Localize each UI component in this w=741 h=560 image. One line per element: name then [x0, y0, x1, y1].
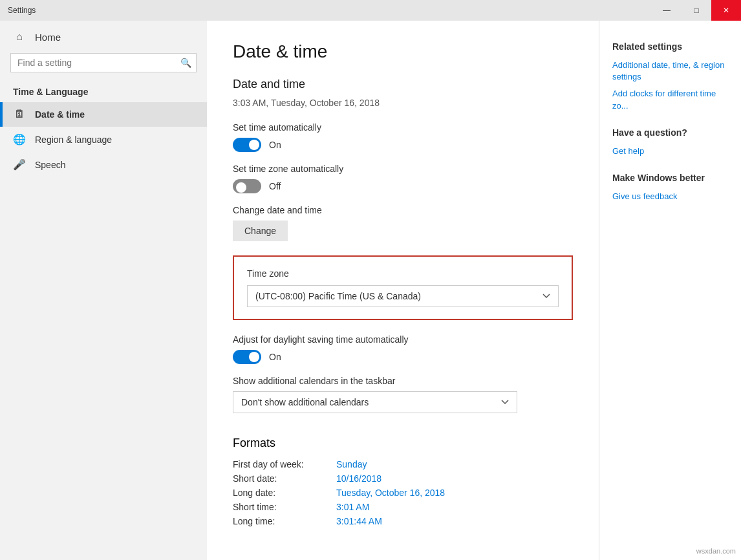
format-val-0: Sunday — [336, 459, 367, 469]
search-icon: 🔍 — [180, 58, 191, 68]
format-val-4: 3:01:44 AM — [336, 516, 382, 526]
format-row-4: Long time: 3:01:44 AM — [233, 516, 573, 526]
sidebar-search-container: 🔍 — [10, 53, 197, 72]
format-key-4: Long time: — [233, 516, 336, 526]
daylight-state: On — [269, 352, 281, 362]
format-row-1: Short date: 10/16/2018 — [233, 473, 573, 484]
sidebar-item-home[interactable]: ⌂ Home — [0, 26, 207, 48]
additional-cal-label: Show additional calendars in the taskbar — [233, 376, 573, 386]
set-time-auto-knob — [249, 140, 259, 150]
home-icon: ⌂ — [13, 31, 26, 43]
related-settings-title: Related settings — [612, 41, 728, 52]
additional-cal-dropdown[interactable]: Don't show additional calendars — [233, 391, 517, 413]
change-date-label: Change date and time — [233, 205, 573, 215]
titlebar-title: Settings — [8, 6, 36, 15]
maximize-button[interactable]: □ — [682, 0, 711, 21]
titlebar-controls: — □ ✕ — [652, 0, 741, 21]
page-title: Date & time — [233, 41, 573, 62]
format-val-1: 10/16/2018 — [336, 473, 381, 484]
sidebar-home-label: Home — [35, 32, 61, 43]
daylight-label: Adjust for daylight saving time automati… — [233, 334, 573, 345]
titlebar: Settings — □ ✕ — [0, 0, 741, 21]
make-better-title: Make Windows better — [612, 173, 728, 183]
format-val-3: 3:01 AM — [336, 502, 369, 512]
sidebar-item-label-date-time: Date & time — [35, 109, 85, 120]
daylight-knob — [249, 352, 259, 362]
timezone-box: Time zone (UTC-08:00) Pacific Time (US &… — [233, 255, 573, 320]
sidebar-item-speech[interactable]: 🎤 Speech — [0, 152, 207, 177]
formats-title: Formats — [233, 436, 573, 450]
question-title: Have a question? — [612, 127, 728, 138]
section-title: Date and time — [233, 78, 573, 91]
format-val-2: Tuesday, October 16, 2018 — [336, 488, 445, 498]
feedback-link[interactable]: Give us feedback — [612, 191, 728, 202]
set-timezone-auto-row: Off — [233, 179, 573, 193]
sidebar: ⌂ Home 🔍 Time & Language 🗓 Date & time 🌐… — [0, 21, 207, 560]
watermark: wsxdan.com — [696, 547, 736, 555]
timezone-label: Time zone — [247, 268, 559, 279]
region-icon: 🌐 — [13, 133, 26, 145]
right-panel: Related settings Additional date, time, … — [599, 21, 741, 560]
sidebar-item-label-region: Region & language — [35, 135, 112, 145]
format-row-0: First day of week: Sunday — [233, 459, 573, 469]
change-button[interactable]: Change — [233, 221, 288, 241]
format-key-0: First day of week: — [233, 459, 336, 469]
timezone-dropdown[interactable]: (UTC-08:00) Pacific Time (US & Canada) — [247, 285, 559, 307]
set-time-auto-row: On — [233, 138, 573, 152]
date-time-icon: 🗓 — [13, 109, 26, 120]
current-time: 3:03 AM, Tuesday, October 16, 2018 — [233, 98, 573, 108]
get-help-link[interactable]: Get help — [612, 145, 728, 157]
main-content: Date & time Date and time 3:03 AM, Tuesd… — [207, 21, 599, 560]
make-better-section: Make Windows better Give us feedback — [612, 173, 728, 202]
format-row-2: Long date: Tuesday, October 16, 2018 — [233, 488, 573, 498]
format-rows: First day of week: Sunday Short date: 10… — [233, 459, 573, 526]
set-timezone-auto-state: Off — [269, 181, 281, 191]
set-time-auto-state: On — [269, 140, 281, 150]
format-row-3: Short time: 3:01 AM — [233, 502, 573, 512]
format-key-1: Short date: — [233, 473, 336, 484]
question-section: Have a question? Get help — [612, 127, 728, 157]
sidebar-section-title: Time & Language — [0, 78, 207, 102]
close-button[interactable]: ✕ — [711, 0, 741, 21]
sidebar-item-label-speech: Speech — [35, 160, 65, 170]
additional-settings-link[interactable]: Additional date, time, & region settings — [612, 59, 728, 83]
set-timezone-auto-toggle[interactable] — [233, 179, 261, 193]
set-time-auto-label: Set time automatically — [233, 122, 573, 133]
search-input[interactable] — [10, 53, 197, 72]
format-key-3: Short time: — [233, 502, 336, 512]
app-container: ⌂ Home 🔍 Time & Language 🗓 Date & time 🌐… — [0, 21, 741, 560]
daylight-toggle[interactable] — [233, 350, 261, 364]
daylight-row: On — [233, 350, 573, 364]
add-clocks-link[interactable]: Add clocks for different time zo... — [612, 88, 728, 111]
set-time-auto-toggle[interactable] — [233, 138, 261, 152]
set-timezone-auto-knob — [236, 182, 246, 193]
sidebar-item-date-time[interactable]: 🗓 Date & time — [0, 102, 207, 127]
sidebar-item-region[interactable]: 🌐 Region & language — [0, 127, 207, 152]
minimize-button[interactable]: — — [652, 0, 682, 21]
format-key-2: Long date: — [233, 488, 336, 498]
speech-icon: 🎤 — [13, 158, 26, 171]
set-timezone-auto-label: Set time zone automatically — [233, 164, 573, 174]
